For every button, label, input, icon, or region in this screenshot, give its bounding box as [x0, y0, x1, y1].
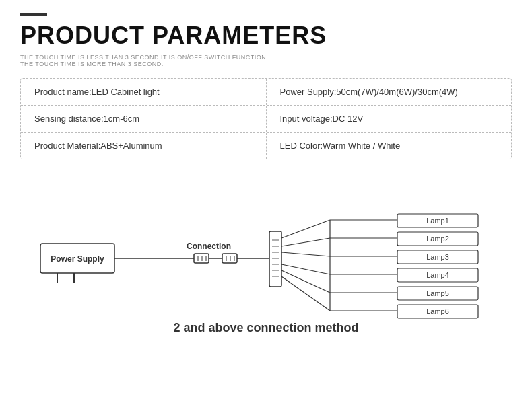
- sensing-distance-cell: Sensing distance:1cm-6cm: [21, 106, 267, 132]
- diagram-svg: Power Supply Connection: [20, 180, 512, 328]
- svg-rect-15: [269, 231, 281, 287]
- params-row-2: Sensing distance:1cm-6cm Input voltage:D…: [21, 106, 511, 133]
- page-title: PRODUCT PARAMETERS: [20, 22, 512, 50]
- diagram-section: Power Supply Connection: [20, 180, 512, 328]
- subtitle: THE TOUCH TIME IS LESS THAN 3 SECOND,IT …: [20, 54, 512, 67]
- power-supply-cell: Power Supply:50cm(7W)/40m(6W)/30cm(4W): [267, 79, 512, 105]
- params-row-3: Product Material:ABS+Aluminum LED Color:…: [21, 133, 511, 159]
- svg-text:Lamp3: Lamp3: [426, 253, 449, 261]
- product-name-cell: Product name:LED Cabinet light: [21, 79, 267, 105]
- product-material-cell: Product Material:ABS+Aluminum: [21, 133, 267, 159]
- top-bar: [20, 13, 47, 16]
- svg-text:Lamp4: Lamp4: [426, 271, 449, 279]
- params-row-1: Product name:LED Cabinet light Power Sup…: [21, 79, 511, 106]
- svg-text:Lamp1: Lamp1: [426, 217, 449, 225]
- svg-text:Connection: Connection: [187, 241, 231, 251]
- svg-rect-9: [222, 254, 237, 263]
- params-table: Product name:LED Cabinet light Power Sup…: [20, 78, 512, 159]
- svg-line-31: [281, 252, 330, 256]
- svg-text:Lamp2: Lamp2: [426, 235, 449, 243]
- svg-text:Lamp6: Lamp6: [426, 307, 449, 315]
- svg-line-23: [281, 220, 330, 238]
- led-color-cell: LED Color:Warm White / White: [267, 133, 512, 159]
- svg-text:Lamp5: Lamp5: [426, 289, 449, 297]
- input-voltage-cell: Input voltage:DC 12V: [267, 106, 512, 132]
- svg-rect-4: [194, 254, 209, 263]
- svg-line-35: [281, 264, 330, 274]
- power-supply-text: Power Supply: [51, 254, 104, 264]
- svg-line-27: [281, 238, 330, 246]
